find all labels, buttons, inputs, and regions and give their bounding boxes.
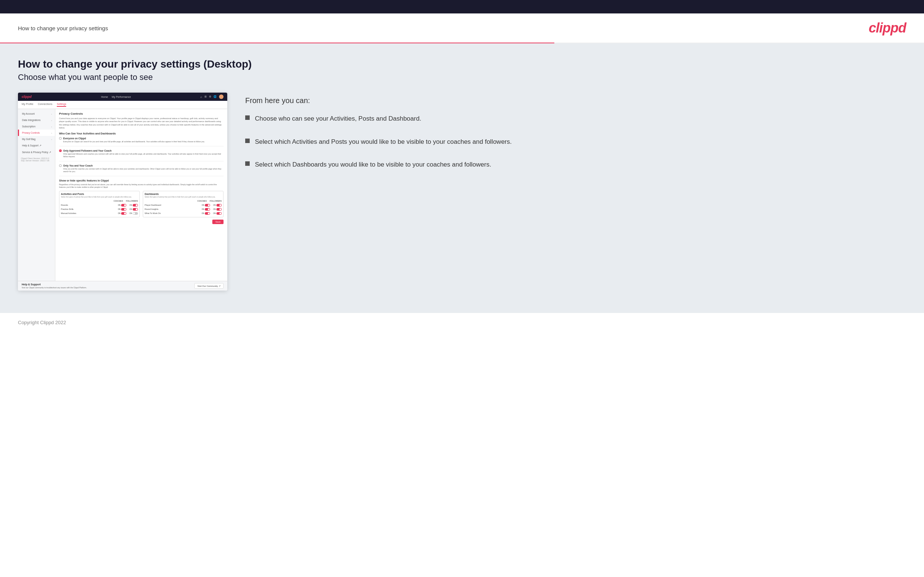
bullet-icon-2 xyxy=(245,139,250,143)
mock-sidebar-subscription: Subscription› xyxy=(18,123,55,130)
mock-sidebar-footer: Clippd Client Version: 2022.8.2 SQL Serv… xyxy=(18,156,55,163)
from-here-title: From here you can: xyxy=(245,96,906,105)
mock-radio-only-you-desc: Only you and the coaches you connect wit… xyxy=(63,168,223,173)
bullet-item-1: Choose who can see your Activities, Post… xyxy=(245,114,906,124)
mock-help-title: Help & Support xyxy=(22,283,87,286)
logo: clippd xyxy=(869,20,906,36)
mock-avatar xyxy=(219,95,223,99)
mock-radio-everyone-desc: Everyone on Clippd can search for you an… xyxy=(63,140,223,143)
mock-sidebar-data-integrations: Data Integrations› xyxy=(18,117,55,123)
mock-toggle-player-dashboard: Player Dashboard ON ON xyxy=(145,203,222,207)
mock-sub-nav: My Profile Connections Settings xyxy=(18,101,227,109)
bullet-text-3: Select which Dashboards you would like t… xyxy=(255,160,491,169)
header: How to change your privacy settings clip… xyxy=(0,13,924,43)
mock-visit-community-button[interactable]: Visit Our Community ↗ xyxy=(194,283,223,288)
mock-dashboards-header: COACHES FOLLOWERS xyxy=(145,200,222,202)
mock-activities-desc: Select the types of activity that you'd … xyxy=(61,196,138,198)
mock-toggle-rounds: Rounds ON ON xyxy=(61,203,138,207)
mock-radio-dot-only-you xyxy=(59,164,62,167)
mock-settings-icon: ⚙ xyxy=(209,95,211,98)
mock-sidebar-my-account: My Account› xyxy=(18,111,55,117)
mock-logo: clippd xyxy=(22,95,32,98)
mock-sidebar: My Account› Data Integrations› Subscript… xyxy=(18,109,55,281)
mock-tab-connections: Connections xyxy=(38,103,52,107)
footer: Copyright Clippd 2022 xyxy=(0,313,924,332)
mock-radio-dot-followers xyxy=(59,149,62,152)
mock-toggle-what-to-work-on: What To Work On ON ON xyxy=(145,211,222,216)
mock-search-icon: ⌕ xyxy=(200,95,202,98)
mock-privacy-controls-title: Privacy Controls xyxy=(59,112,223,115)
mock-activities-header: COACHES FOLLOWERS xyxy=(61,200,138,202)
mock-help-bar: Help & Support Visit our Clippd communit… xyxy=(18,281,227,290)
mock-dashboards-title: Dashboards xyxy=(145,193,222,195)
mock-who-can-see-title: Who Can See Your Activities and Dashboar… xyxy=(59,132,223,135)
mock-radio-dot-everyone xyxy=(59,137,62,140)
mock-nav-icons: ⌕ ⊞ ⚙ 🌐 xyxy=(200,95,223,99)
mock-main-content: Privacy Controls Control how you and you… xyxy=(55,109,227,281)
mock-radio-only-you: Only You and Your Coach Only you and the… xyxy=(59,164,223,176)
mock-toggles-section: Activities and Posts Select the types of… xyxy=(59,191,223,218)
bullet-icon-3 xyxy=(245,161,250,166)
mock-radio-only-you-label: Only You and Your Coach xyxy=(63,164,93,167)
top-bar xyxy=(0,0,924,13)
mock-sidebar-privacy-policy: Service & Privacy Policy ↗ xyxy=(18,149,55,156)
mock-nav-performance: My Performance xyxy=(112,96,131,98)
mock-save-row: Save xyxy=(59,219,223,224)
mock-dashboards-desc: Select the types of activity that you'd … xyxy=(145,196,222,198)
mock-toggle-round-insights: Round Insights ON ON xyxy=(145,207,222,211)
right-content: From here you can: Choose who can see yo… xyxy=(245,93,906,183)
footer-text: Copyright Clippd 2022 xyxy=(18,320,66,325)
mock-tab-profile: My Profile xyxy=(22,103,33,107)
mock-globe-icon: 🌐 xyxy=(213,95,217,98)
mock-nav-bar: clippd Home My Performance ⌕ ⊞ ⚙ 🌐 xyxy=(18,93,227,101)
mock-privacy-controls-desc: Control how you and your data appears to… xyxy=(59,117,223,129)
mock-radio-followers-label: Only Approved Followers and Your Coach xyxy=(63,149,112,152)
mock-toggle-practice-drills: Practice Drills ON ON xyxy=(61,207,138,211)
mock-radio-followers: Only Approved Followers and Your Coach O… xyxy=(59,149,223,161)
bullet-item-3: Select which Dashboards you would like t… xyxy=(245,160,906,169)
mock-show-hide-title: Show or hide specific features in Clippd xyxy=(59,179,223,182)
content-layout: clippd Home My Performance ⌕ ⊞ ⚙ 🌐 xyxy=(18,93,906,290)
page-subheading: Choose what you want people to see xyxy=(18,73,906,82)
mock-sidebar-privacy-controls: Privacy Controls› xyxy=(18,130,55,136)
header-title: How to change your privacy settings xyxy=(18,25,108,31)
mock-radio-followers-desc: Only approved followers and coaches you … xyxy=(63,153,223,158)
mock-app: clippd Home My Performance ⌕ ⊞ ⚙ 🌐 xyxy=(18,93,227,290)
bullet-item-2: Select which Activities and Posts you wo… xyxy=(245,137,906,147)
main-content: How to change your privacy settings (Des… xyxy=(0,44,924,313)
mock-activities-panel: Activities and Posts Select the types of… xyxy=(59,191,140,218)
bullet-list: Choose who can see your Activities, Post… xyxy=(245,114,906,169)
bullet-icon-1 xyxy=(245,115,250,120)
mock-toggle-manual-activities: Manual Activities ON ON xyxy=(61,211,138,216)
mock-sidebar-golf-bag: My Golf Bag› xyxy=(18,136,55,142)
mock-activities-title: Activities and Posts xyxy=(61,193,138,195)
mock-show-hide-desc: Regardless of the privacy controls that … xyxy=(59,184,223,189)
mock-radio-everyone: Everyone on Clippd Everyone on Clippd ca… xyxy=(59,137,223,147)
bullet-text-1: Choose who can see your Activities, Post… xyxy=(255,114,421,124)
page-heading: How to change your privacy settings (Des… xyxy=(18,58,906,70)
mock-nav-links: Home My Performance xyxy=(101,96,131,98)
mock-sidebar-help: Help & Support ↗ xyxy=(18,142,55,149)
screenshot-container: clippd Home My Performance ⌕ ⊞ ⚙ 🌐 xyxy=(18,93,227,290)
mock-radio-everyone-label: Everyone on Clippd xyxy=(63,137,86,140)
bullet-text-2: Select which Activities and Posts you wo… xyxy=(255,137,512,147)
mock-save-button[interactable]: Save xyxy=(212,219,223,224)
mock-help-desc: Visit our Clippd community to troublesho… xyxy=(22,287,87,288)
mock-tab-settings: Settings xyxy=(57,103,66,107)
mock-grid-icon: ⊞ xyxy=(204,95,207,98)
mock-body: My Account› Data Integrations› Subscript… xyxy=(18,109,227,281)
mock-dashboards-panel: Dashboards Select the types of activity … xyxy=(143,191,223,218)
mock-nav-home: Home xyxy=(101,96,108,98)
